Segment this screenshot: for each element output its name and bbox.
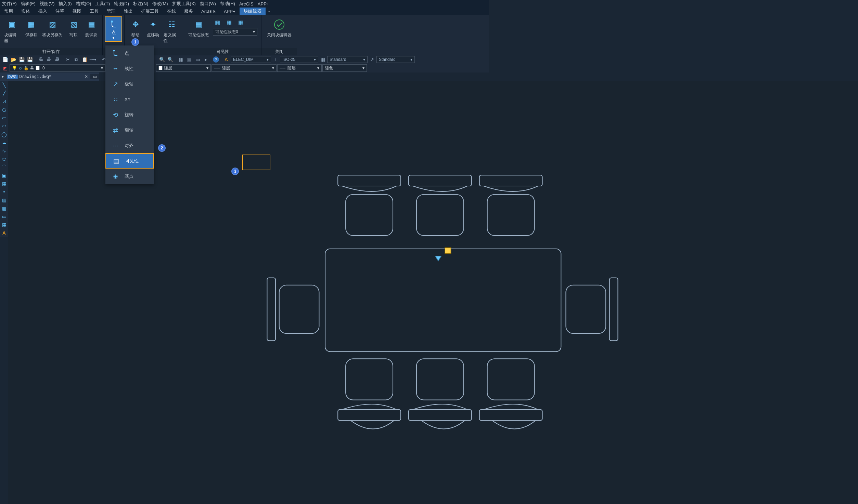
menu-tools[interactable]: 工具(T) [93, 1, 112, 7]
revcloud-icon[interactable]: ☁ [0, 139, 8, 146]
filetab-collapse-icon[interactable]: ▾ [0, 74, 5, 79]
rtab-service[interactable]: 服务 [180, 8, 197, 15]
dim-A-icon[interactable]: A [222, 56, 230, 63]
hatch-icon[interactable]: ▨ [0, 196, 8, 204]
rtab-online[interactable]: 在线 [163, 8, 180, 15]
polygon-icon[interactable]: ⬠ [0, 106, 8, 114]
block-icon[interactable]: ▦ [0, 180, 8, 187]
tablestyle-combo[interactable]: Standard▾ [327, 56, 368, 63]
matchprop-icon[interactable]: ⟿ [89, 56, 97, 63]
rtab-arcgis[interactable]: ArcGIS [197, 8, 220, 15]
rtab-appplus[interactable]: APP+ [220, 8, 240, 15]
file-close-button[interactable]: ✕ [82, 74, 90, 79]
insert-icon[interactable]: ▣ [0, 172, 8, 179]
dditem-xy[interactable]: ∷ XY [105, 92, 154, 107]
more-icon[interactable]: ▸ [202, 56, 209, 63]
testblock-button[interactable]: ▤ 测试块 [82, 16, 100, 39]
menu-arcgis[interactable]: ArcGIS [237, 1, 256, 6]
table-icon[interactable]: ▦ [0, 221, 8, 228]
dim-icon[interactable]: ⟂ [272, 56, 279, 63]
spline-icon[interactable]: ∿ [0, 147, 8, 155]
props-icon[interactable]: ▤ [185, 56, 193, 63]
menu-edit[interactable]: 编辑(E) [19, 1, 38, 7]
print-icon[interactable]: 🖶 [37, 56, 44, 63]
dditem-polar[interactable]: ↗ 极轴 [105, 76, 154, 92]
saveall-icon[interactable]: 💾 [26, 56, 34, 63]
save-icon[interactable]: 💾 [18, 56, 25, 63]
menu-format[interactable]: 格式(O) [74, 1, 93, 7]
cut-icon[interactable]: ✂ [64, 56, 72, 63]
visicon-1[interactable]: ▦ [213, 18, 222, 26]
doc-icon[interactable]: ▭ [194, 56, 201, 63]
dimstyle2-combo[interactable]: ISO-25▾ [280, 56, 318, 63]
rtab-insert[interactable]: 插入 [34, 8, 51, 15]
dditem-align[interactable]: ⋯ 对齐 [105, 138, 154, 153]
help-icon[interactable]: ? [213, 56, 219, 63]
mleaderstyle-combo[interactable]: Standard▾ [376, 56, 415, 63]
menu-modify[interactable]: 修改(M) [150, 1, 170, 7]
dditem-flip[interactable]: ⇄ 翻转 [105, 122, 154, 138]
rtab-output[interactable]: 输出 [120, 8, 137, 15]
menu-ext[interactable]: 扩展工具(X) [170, 1, 198, 7]
visstate-button[interactable]: ▤ 可见性状态 [186, 16, 211, 39]
pagesetup-icon[interactable]: 🖶 [53, 56, 61, 63]
file-new-tab-button[interactable]: ▭ [90, 74, 99, 79]
rtab-blockeditor[interactable]: 块编辑器 [240, 8, 266, 15]
layer-manager-icon[interactable]: ◩ [1, 64, 9, 72]
menu-insert[interactable]: 插入(I) [56, 1, 74, 7]
menu-draw[interactable]: 绘图(D) [112, 1, 131, 7]
ellipse-icon[interactable]: ⬭ [0, 155, 8, 163]
menu-appplus[interactable]: APP+ [256, 1, 271, 6]
rtab-common[interactable]: 常用 [0, 8, 17, 15]
saveblock-button[interactable]: ▦ 保存块 [23, 16, 40, 39]
menu-help[interactable]: 帮助(H) [218, 1, 237, 7]
visicon-2[interactable]: ▦ [225, 18, 233, 26]
paste-icon[interactable]: 📋 [81, 56, 88, 63]
new-icon[interactable]: 📄 [1, 56, 9, 63]
menu-dimension[interactable]: 标注(N) [131, 1, 150, 7]
zoom2-icon[interactable]: 🔍 [166, 56, 174, 63]
rtab-manage[interactable]: 管理 [103, 8, 120, 15]
text-icon[interactable]: A [0, 229, 8, 237]
dditem-basepoint[interactable]: ⊕ 基点 [105, 169, 154, 184]
rtab-annotate[interactable]: 注释 [51, 8, 68, 15]
table-icon[interactable]: ▦ [177, 56, 185, 63]
linetype-combo[interactable]: ──随层 ▾ [212, 64, 277, 72]
circle-icon[interactable]: ◯ [0, 131, 8, 138]
saveblockas-button[interactable]: ▨ 将块另存为 [40, 16, 65, 39]
visicon-3[interactable]: ▦ [236, 18, 245, 26]
gradient-icon[interactable]: ▩ [0, 204, 8, 212]
point-icon[interactable]: • [0, 188, 8, 196]
visstate-combo[interactable]: 可见性状态0 ▾ [213, 28, 257, 36]
defattr-button[interactable]: ☷ 定义属性 [162, 16, 182, 45]
line-icon[interactable]: ╲ [0, 81, 8, 89]
file-name[interactable]: Drawing1.dwg* [19, 74, 82, 79]
arc-icon[interactable]: ◠ [0, 122, 8, 130]
layer-combo[interactable]: 💡 ☼ 🔓 🖶 0 ▾ [10, 64, 105, 72]
drawing-canvas[interactable] [8, 81, 489, 287]
polyline-icon[interactable]: ⩘ [0, 98, 8, 105]
plotcolor-combo[interactable]: 随色 ▾ [322, 64, 367, 72]
ellipsearc-icon[interactable]: ⌒ [0, 163, 8, 171]
open-icon[interactable]: 📂 [10, 56, 17, 63]
tbl-icon[interactable]: ▦ [319, 56, 326, 63]
rtab-view[interactable]: 视图 [68, 8, 86, 15]
menu-file[interactable]: 文件(F) [0, 1, 19, 7]
lineweight-combo[interactable]: ──随层 ▾ [277, 64, 322, 72]
doc-window-icon[interactable]: ▫ [266, 8, 273, 15]
pointmove-button[interactable]: ✦ 点移动 [144, 16, 162, 39]
rtab-tools[interactable]: 工具 [86, 8, 103, 15]
mleader-icon[interactable]: ↗ [368, 56, 376, 63]
dditem-point[interactable]: 点 [105, 45, 154, 61]
closeblockeditor-button[interactable]: 关闭块编辑器 [265, 16, 294, 39]
menu-window[interactable]: 窗口(W) [198, 1, 218, 7]
dditem-visibility[interactable]: ▤ 可见性 [105, 153, 154, 169]
xline-icon[interactable]: ╱ [0, 90, 8, 97]
printpreview-icon[interactable]: 🖶 [45, 56, 53, 63]
blockeditor-button[interactable]: ▣ 块编辑器 [2, 16, 23, 45]
dditem-rotate[interactable]: ⟲ 旋转 [105, 107, 154, 122]
rtab-entity[interactable]: 实体 [17, 8, 34, 15]
point-button[interactable]: 点 ▼ [105, 16, 122, 42]
region-icon[interactable]: ▭ [0, 213, 8, 220]
rtab-exttools[interactable]: 扩展工具 [137, 8, 163, 15]
